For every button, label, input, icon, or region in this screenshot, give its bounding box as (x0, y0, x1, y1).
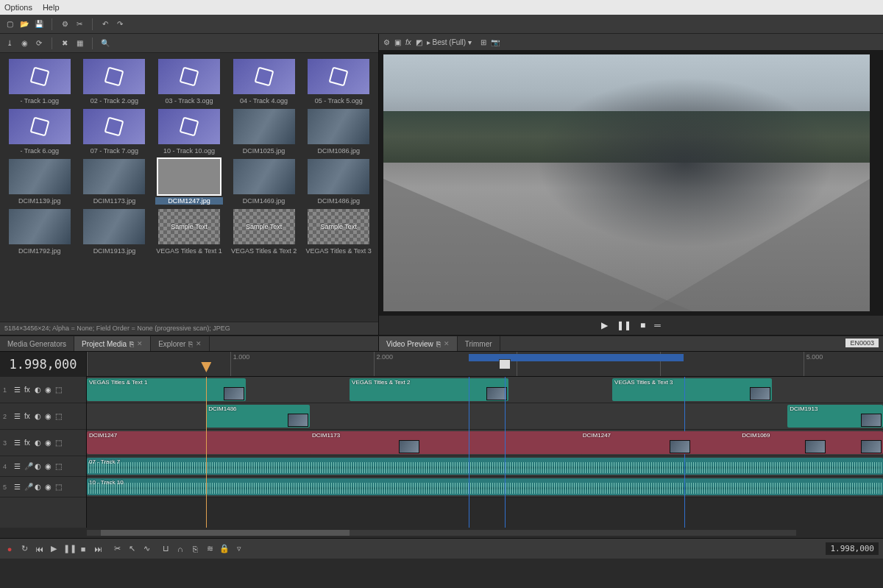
advance-icon[interactable]: ═ (654, 320, 661, 330)
track-control-icon[interactable]: ☰ (14, 439, 22, 447)
redo-icon[interactable]: ↷ (115, 19, 125, 29)
view-icon[interactable]: ▦ (74, 38, 85, 49)
close-icon[interactable]: ✕ (444, 340, 450, 347)
media-item[interactable]: 03 - Track 3.ogg (155, 59, 223, 105)
cursor-handle[interactable] (499, 359, 511, 369)
cut-icon[interactable]: ✂ (74, 19, 85, 29)
track-header[interactable]: 1☰fx◐◉⬚ (0, 377, 86, 403)
ripple-icon[interactable]: ≋ (205, 544, 215, 553)
cut-tool-icon[interactable]: ✂ (112, 544, 122, 553)
track-control-icon[interactable]: ⬚ (55, 386, 63, 394)
media-item[interactable]: 10 - Track 10.ogg (155, 109, 223, 155)
track-control-icon[interactable]: ◉ (45, 386, 53, 394)
track-control-icon[interactable]: 🎤 (24, 462, 32, 470)
timeline-ruler[interactable]: 1.0002.0003.0004.0005.000EN0003 (87, 352, 883, 377)
track-control-icon[interactable]: ◐ (35, 439, 43, 447)
track-header[interactable]: 5☰🎤◐◉⬚ (0, 477, 86, 497)
preview-split-icon[interactable]: ◩ (416, 38, 422, 46)
magnet-icon[interactable]: ∩ (175, 545, 185, 553)
preview-overlay-icon[interactable]: ⊞ (480, 38, 486, 46)
snap-icon[interactable]: ⊔ (160, 544, 171, 553)
preview-snapshot-icon[interactable]: 📷 (491, 38, 500, 46)
track-control-icon[interactable]: ⬚ (55, 483, 63, 491)
media-item[interactable]: VEGAS Titles & Text 3 (305, 209, 372, 255)
playhead-line[interactable] (206, 377, 207, 528)
pin-icon[interactable]: ⎘ (436, 340, 441, 348)
play-end-icon[interactable]: ⏭ (93, 545, 103, 553)
track-control-icon[interactable]: ☰ (14, 386, 22, 394)
record-icon[interactable]: ● (4, 545, 15, 553)
preview-quality-dropdown[interactable]: ▸ Best (Full) ▾ (427, 38, 472, 46)
media-item[interactable]: DCIM1025.jpg (230, 109, 298, 155)
scrollbar-thumb[interactable] (101, 530, 349, 536)
timecode-counter[interactable]: 1.998,000 (0, 352, 87, 377)
track-control-icon[interactable]: ⬚ (55, 462, 63, 470)
tab-explorer[interactable]: Explorer⎘✕ (151, 336, 210, 351)
menu-options[interactable]: Options (4, 3, 32, 12)
new-project-icon[interactable]: ▢ (4, 19, 15, 29)
track-control-icon[interactable]: ◐ (35, 412, 43, 420)
media-item[interactable]: DCIM1139.jpg (6, 159, 74, 205)
menu-help[interactable]: Help (43, 3, 60, 12)
track-control-icon[interactable]: ⬚ (55, 439, 63, 447)
preview-settings-icon[interactable]: ⚙ (383, 38, 390, 46)
media-item[interactable]: DCIM1173.jpg (81, 159, 149, 205)
media-item[interactable]: DCIM1486.jpg (305, 159, 372, 205)
track-control-icon[interactable]: ◐ (35, 386, 43, 394)
media-item[interactable]: DCIM1792.jpg (6, 209, 74, 255)
track-control-icon[interactable]: ◉ (45, 439, 53, 447)
marker-icon[interactable]: ▿ (234, 544, 244, 553)
clip[interactable]: DCIM1173 (310, 431, 421, 454)
close-icon[interactable]: ✕ (137, 340, 143, 347)
media-item[interactable]: - Track 1.ogg (6, 59, 74, 105)
pin-icon[interactable]: ⎘ (130, 340, 134, 348)
track-control-icon[interactable]: 🎤 (24, 483, 32, 491)
track-control-icon[interactable]: ◉ (45, 483, 53, 491)
clip[interactable]: DCIM1247 (581, 431, 692, 454)
tab-media-generators[interactable]: Media Generators (0, 336, 74, 351)
media-item[interactable]: 05 - Track 5.ogg (305, 59, 372, 105)
transport-pause-icon[interactable]: ❚❚ (63, 544, 74, 553)
track-control-icon[interactable]: ☰ (14, 462, 22, 470)
media-item[interactable]: DCIM1469.jpg (230, 159, 298, 205)
track-area[interactable]: VEGAS Titles & Text 1VEGAS Titles & Text… (87, 377, 883, 528)
stop-icon[interactable]: ■ (640, 320, 645, 330)
pause-icon[interactable]: ❚❚ (617, 320, 631, 330)
track-header[interactable]: 2☰fx◐◉⬚ (0, 403, 86, 430)
close-icon[interactable]: ✕ (196, 340, 202, 347)
capture-icon[interactable]: ◉ (19, 38, 29, 49)
tab-video-preview[interactable]: Video Preview⎘✕ (379, 336, 458, 351)
preview-render-icon[interactable]: ▣ (394, 38, 401, 46)
loop-line[interactable] (469, 377, 469, 528)
tab-project-media[interactable]: Project Media⎘✕ (74, 336, 151, 351)
media-item[interactable]: DCIM1247.jpg (155, 159, 223, 205)
pin-icon[interactable]: ⎘ (188, 340, 193, 348)
media-grid[interactable]: - Track 1.ogg02 - Track 2.ogg03 - Track … (0, 53, 378, 322)
properties-icon[interactable]: ⚙ (60, 19, 70, 29)
track-control-icon[interactable]: ☰ (14, 412, 22, 420)
media-item[interactable]: 02 - Track 2.ogg (81, 59, 149, 105)
open-icon[interactable]: 📂 (19, 19, 29, 29)
media-item[interactable]: 04 - Track 4.ogg (230, 59, 298, 105)
track-header[interactable]: 3☰fx◐◉⬚ (0, 430, 86, 456)
transport-play-icon[interactable]: ▶ (49, 544, 59, 553)
marker-badge[interactable]: EN0003 (845, 339, 879, 347)
loop-icon[interactable]: ↻ (19, 544, 29, 553)
track-header[interactable]: 4☰🎤◐◉⬚ (0, 456, 86, 477)
media-item[interactable]: DCIM1913.jpg (81, 209, 149, 255)
tab-trimmer[interactable]: Trimmer (458, 336, 500, 351)
undo-icon[interactable]: ↶ (100, 19, 110, 29)
clip[interactable]: DCIM1486 (206, 405, 310, 428)
playhead-icon[interactable] (201, 362, 211, 372)
clip[interactable]: VEGAS Titles & Text 2 (350, 378, 508, 401)
timeline-scrollbar[interactable] (0, 528, 883, 538)
clip[interactable]: DCIM1069 (740, 431, 827, 454)
track-control-icon[interactable]: ◉ (45, 462, 53, 470)
tool-arrow-icon[interactable]: ↖ (127, 544, 137, 553)
tool-envelope-icon[interactable]: ∿ (141, 544, 152, 553)
clip[interactable]: VEGAS Titles & Text 1 (87, 378, 246, 401)
track-control-icon[interactable]: fx (24, 439, 32, 447)
track-control-icon[interactable]: fx (24, 412, 32, 420)
autosave-icon[interactable]: ⎘ (190, 545, 200, 553)
media-item[interactable]: VEGAS Titles & Text 2 (230, 209, 298, 255)
